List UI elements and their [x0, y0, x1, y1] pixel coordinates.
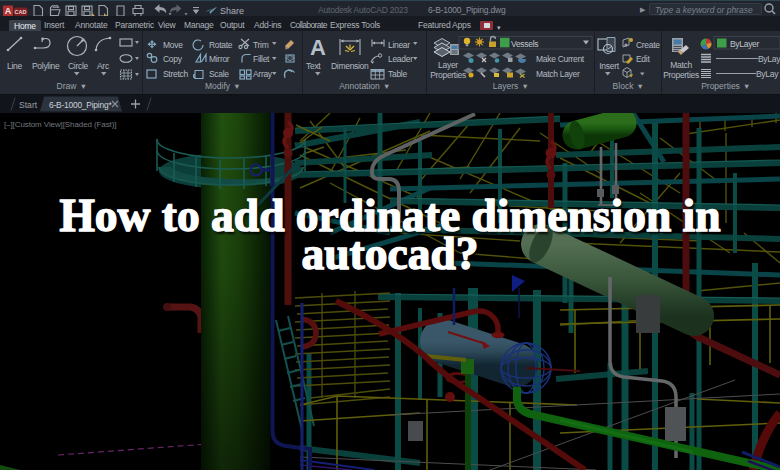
svg-text:Share: Share — [220, 6, 244, 16]
svg-text:A: A — [5, 6, 12, 16]
svg-text:CAD: CAD — [15, 9, 27, 15]
svg-text:A: A — [310, 35, 326, 60]
